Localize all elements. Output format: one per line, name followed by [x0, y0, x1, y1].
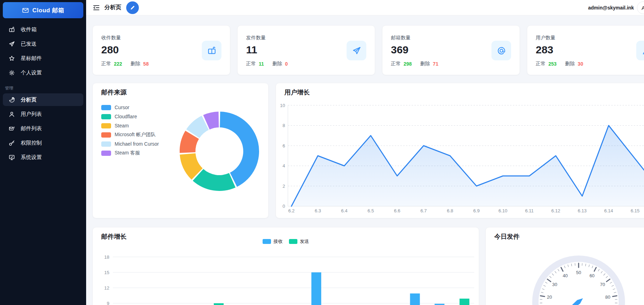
- bar-接收[interactable]: [434, 304, 444, 305]
- today-sent-gauge-chart: 0102030405060708090100: [486, 227, 644, 305]
- charts-row-1: 邮件来源 CursorCloudflareSteamMicrosoft 帐户团队…: [92, 83, 644, 218]
- stat-normal-value: 11: [259, 61, 264, 67]
- send-icon: [8, 41, 15, 47]
- key-icon: [8, 140, 15, 146]
- y-axis-label: 9: [107, 301, 109, 305]
- x-axis-label: 6.4: [341, 208, 347, 213]
- stat-label: 邮箱数量: [391, 35, 511, 41]
- gauge-tick-label: 80: [605, 294, 610, 300]
- charts-row-2: 邮件增长 接收发送 1815129 今日发件 01020304050607080…: [92, 227, 644, 305]
- x-axis-label: 6.2: [288, 208, 295, 213]
- stat-icon-box: [491, 41, 511, 60]
- stat-deleted-label: 删除: [420, 61, 430, 67]
- stat-normal-value: 222: [114, 61, 122, 67]
- brand-logo[interactable]: Cloud 邮箱: [3, 2, 83, 18]
- legend-swatch: [101, 151, 111, 156]
- bar-legend-item[interactable]: 发送: [289, 239, 309, 244]
- sidebar-item-mail-list[interactable]: 邮件列表: [3, 122, 83, 135]
- stat-normal-label: 正常: [101, 61, 111, 67]
- gauge-tick-label: 40: [563, 273, 568, 278]
- bar-接收[interactable]: [410, 293, 420, 305]
- user-icon: [8, 111, 15, 118]
- pie-legend-item[interactable]: Microsoft 帐户团队: [101, 130, 159, 139]
- gear-icon: [8, 69, 15, 76]
- mail-logo-icon: [22, 7, 29, 14]
- stat-normal-label: 正常: [246, 61, 256, 67]
- sidebar-item-profile-settings[interactable]: 个人设置: [3, 66, 83, 79]
- stat-icon-box: [202, 41, 221, 60]
- bar-发送[interactable]: [459, 299, 469, 305]
- stat-label: 发件数量: [246, 35, 366, 41]
- y-axis-label: 2: [283, 184, 285, 189]
- stat-card-mailbox-count: 邮箱数量369正常298删除71: [382, 25, 520, 75]
- pie-legend-item[interactable]: Steam 客服: [101, 148, 159, 158]
- sidebar-item-inbox[interactable]: 收件箱: [3, 23, 83, 36]
- gauge-tick-label: 30: [552, 282, 557, 287]
- x-axis-label: 6.14: [604, 208, 613, 213]
- pie-legend-item[interactable]: Cursor: [101, 103, 159, 112]
- sidebar-item-label: 分析页: [21, 97, 37, 103]
- stat-normal-label: 正常: [536, 61, 546, 67]
- sidebar-item-label: 权限控制: [21, 140, 42, 146]
- sidebar-item-label: 已发送: [21, 41, 37, 47]
- page-title: 分析页: [104, 4, 121, 11]
- stat-label: 用户数量: [536, 35, 644, 41]
- sidebar-item-users[interactable]: 用户列表: [3, 108, 83, 120]
- legend-swatch: [101, 114, 111, 119]
- stat-deleted-value: 58: [143, 61, 149, 67]
- stat-normal-value: 253: [548, 61, 556, 67]
- sidebar-item-permissions[interactable]: 权限控制: [3, 137, 83, 149]
- main-area: 分析页 admin@skymail.ink A 收件数量280正常222删除58…: [86, 0, 644, 305]
- sidebar-item-analytics[interactable]: 分析页: [3, 93, 83, 106]
- user-count-icon: [642, 46, 644, 55]
- legend-label: Steam 客服: [115, 150, 140, 156]
- sidebar-item-label: 个人设置: [21, 69, 42, 76]
- stat-card-sent-count: 发件数量11正常11删除0: [237, 25, 375, 75]
- x-axis-label: 6.12: [551, 208, 560, 213]
- x-axis-label: 6.11: [525, 208, 534, 213]
- sent-count-icon: [352, 46, 361, 55]
- stat-deleted-value: 71: [433, 61, 438, 67]
- stat-normal-value: 298: [404, 61, 412, 67]
- legend-swatch: [101, 132, 111, 138]
- sidebar-nav-main: 收件箱已发送星标邮件个人设置: [0, 23, 86, 79]
- sidebar-item-sent[interactable]: 已发送: [3, 38, 83, 50]
- stat-icon-box: [347, 41, 366, 60]
- gauge-tick-label: 70: [600, 282, 605, 287]
- legend-label: Cloudflare: [115, 114, 137, 119]
- x-axis-label: 6.8: [447, 208, 453, 213]
- bar-接收[interactable]: [311, 272, 321, 305]
- stat-deleted-label: 删除: [130, 61, 140, 67]
- content: 收件数量280正常222删除58发件数量11正常11删除0邮箱数量369正常29…: [86, 15, 644, 305]
- sidebar-item-label: 用户列表: [21, 111, 42, 118]
- sidebar-item-starred[interactable]: 星标邮件: [3, 52, 83, 65]
- avatar[interactable]: A: [637, 1, 644, 14]
- user-email: admin@skymail.ink: [588, 5, 634, 11]
- sidebar-item-label: 系统设置: [21, 154, 42, 161]
- donut-segment[interactable]: [193, 169, 236, 191]
- stat-sub: 正常222删除58: [101, 61, 221, 67]
- star-icon: [8, 55, 15, 62]
- mailbox-icon: [8, 26, 15, 33]
- bar-发送[interactable]: [214, 303, 224, 305]
- sidebar-item-system-settings[interactable]: 系统设置: [3, 151, 83, 164]
- mail-logo-icon: [22, 7, 29, 14]
- pie-legend: CursorCloudflareSteamMicrosoft 帐户团队Micha…: [101, 103, 159, 158]
- sidebar-item-label: 收件箱: [21, 26, 37, 33]
- bar-legend-item[interactable]: 接收: [263, 239, 283, 244]
- stat-deleted-label: 删除: [565, 61, 575, 67]
- x-axis-label: 6.7: [420, 208, 427, 213]
- legend-label: Michael from Cursor: [115, 141, 159, 147]
- stat-card-user-count: 用户数量283正常253删除30: [527, 25, 644, 75]
- menu-fold-icon[interactable]: [92, 4, 100, 12]
- pie-legend-item[interactable]: Cloudflare: [101, 112, 159, 121]
- pie-legend-item[interactable]: Michael from Cursor: [101, 139, 159, 148]
- stat-sub: 正常298删除71: [391, 61, 511, 67]
- x-axis-label: 6.6: [394, 208, 400, 213]
- pie-legend-item[interactable]: Steam: [101, 121, 159, 130]
- brand-name: Cloud 邮箱: [32, 6, 64, 14]
- y-axis-label: 0: [283, 204, 285, 209]
- edit-button[interactable]: [126, 1, 139, 14]
- stat-deleted-value: 30: [578, 61, 583, 67]
- inbox-count-icon: [207, 46, 217, 55]
